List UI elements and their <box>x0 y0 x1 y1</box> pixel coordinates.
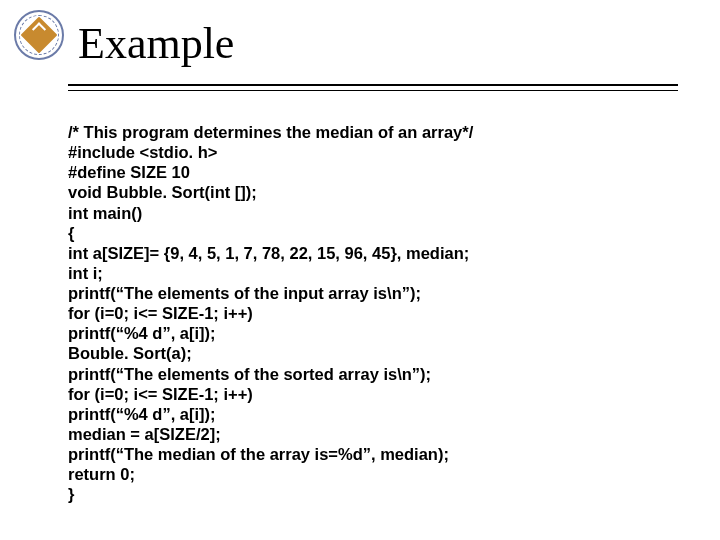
title-underline-thin <box>68 90 678 91</box>
logo-outer-ring <box>14 10 64 60</box>
university-logo <box>14 10 64 60</box>
slide-title: Example <box>78 18 234 69</box>
code-block: /* This program determines the median of… <box>68 122 473 504</box>
slide: Example /* This program determines the m… <box>0 0 720 540</box>
logo-diamond-icon <box>21 17 58 54</box>
logo-dashed-ring <box>19 15 59 55</box>
title-underline-thick <box>68 84 678 86</box>
